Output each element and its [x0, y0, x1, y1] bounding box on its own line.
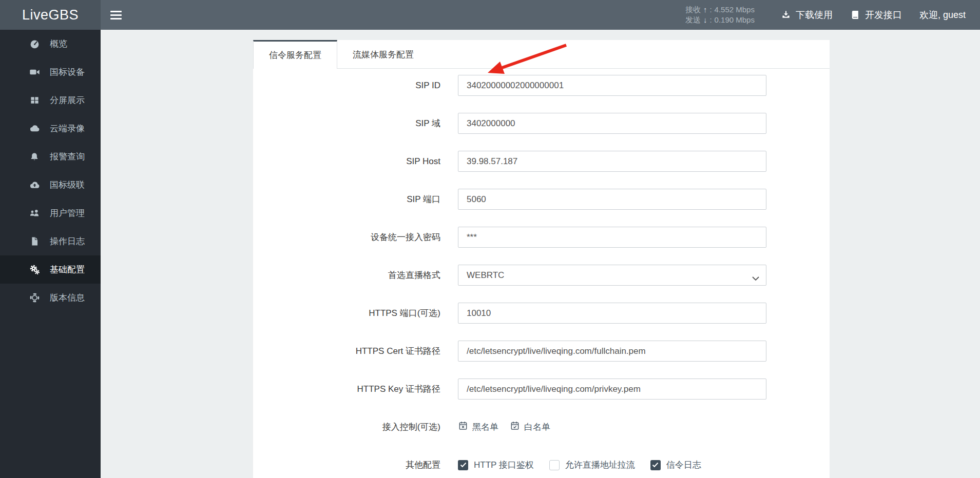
sidebar-item-gb-cascade[interactable]: 国标级联: [0, 171, 101, 199]
sidebar-item-split-screen[interactable]: 分屏展示: [0, 86, 101, 114]
brand-logo[interactable]: LiveGBS: [0, 0, 101, 30]
form-row: HTTPS 端口(可选): [253, 303, 830, 324]
form-row: 首选直播格式 WEBRTC: [253, 265, 830, 286]
sidebar: 概览 国标设备 分屏展示 云端录像 报警查询: [0, 30, 101, 478]
sidebar-item-overview[interactable]: 概览: [0, 30, 101, 58]
selected-value: WEBRTC: [467, 270, 504, 281]
sidebar-item-basic-config[interactable]: 基础配置: [0, 255, 101, 284]
form-row: HTTPS Cert 证书路径: [253, 341, 830, 362]
file-icon: [29, 236, 40, 247]
dev-api-link[interactable]: 开发接口: [841, 0, 911, 30]
gauge-icon: [29, 38, 40, 50]
https-key-input[interactable]: [458, 379, 766, 400]
sidebar-toggle-button[interactable]: [101, 0, 131, 30]
user-menu[interactable]: 欢迎, guest: [911, 0, 980, 30]
sidebar-item-alarm-query[interactable]: 报警查询: [0, 143, 101, 171]
sidebar-item-operation-logs[interactable]: 操作日志: [0, 227, 101, 255]
form-row: SIP Host: [253, 151, 830, 172]
sidebar-item-gb-devices[interactable]: 国标设备: [0, 58, 101, 86]
sidebar-item-version-info[interactable]: 版本信息: [0, 284, 101, 312]
download-icon: [781, 10, 791, 20]
network-stats: 接收 ↑ : 4.552 Mbps 发送 ↓ : 0.190 Mbps: [685, 5, 755, 25]
sip-domain-input[interactable]: [458, 113, 766, 134]
recv-value: 4.552 Mbps: [715, 5, 755, 15]
https-cert-input[interactable]: [458, 341, 766, 362]
book-icon: [850, 10, 860, 20]
https-key-label: HTTPS Key 证书路径: [253, 383, 440, 395]
blacklist-link[interactable]: 黑名单: [458, 421, 498, 433]
video-camera-icon: [29, 67, 40, 78]
sip-id-input[interactable]: [458, 75, 766, 96]
config-tabs: 信令服务配置 流媒体服务配置: [253, 40, 830, 69]
sip-port-label: SIP 端口: [253, 193, 440, 205]
hamburger-icon: [110, 11, 122, 12]
sip-port-input[interactable]: [458, 189, 766, 210]
preferred-format-label: 首选直播格式: [253, 269, 440, 281]
life-ring-icon: [29, 292, 40, 304]
preferred-format-select[interactable]: WEBRTC: [458, 265, 766, 286]
chevron-down-icon: [752, 273, 759, 284]
config-card: 信令服务配置 流媒体服务配置 SIP ID SIP 域 SIP Host: [253, 40, 830, 478]
main-content: 信令服务配置 流媒体服务配置 SIP ID SIP 域 SIP Host: [101, 30, 980, 478]
form-row: HTTPS Key 证书路径: [253, 379, 830, 400]
access-control-label: 接入控制(可选): [253, 421, 440, 433]
http-auth-checkbox[interactable]: HTTP 接口鉴权: [458, 459, 534, 471]
form-row: 接入控制(可选) 黑名单: [253, 416, 830, 437]
top-navbar: LiveGBS 接收 ↑ : 4.552 Mbps 发送 ↓ : 0.190 M…: [0, 0, 980, 30]
calendar-check-icon: [510, 421, 520, 433]
device-password-input[interactable]: [458, 227, 766, 248]
form-row: SIP 域: [253, 113, 830, 134]
https-cert-label: HTTPS Cert 证书路径: [253, 345, 440, 357]
calendar-x-icon: [458, 421, 468, 433]
tab-media-config[interactable]: 流媒体服务配置: [337, 40, 429, 69]
grid-icon: [29, 95, 40, 106]
other-config-label: 其他配置: [253, 459, 440, 471]
form-row: 其他配置 HTTP 接口鉴权 允许直播地址拉流: [253, 454, 830, 475]
sip-id-label: SIP ID: [253, 81, 440, 91]
form-row: SIP ID: [253, 75, 830, 96]
form-row: SIP 端口: [253, 189, 830, 210]
signaling-log-checkbox[interactable]: 信令日志: [650, 459, 701, 471]
bell-icon: [29, 151, 40, 163]
checkbox-unchecked-icon[interactable]: [549, 460, 560, 470]
sip-host-input[interactable]: [458, 151, 766, 172]
send-value: 0.190 Mbps: [715, 15, 755, 25]
whitelist-link[interactable]: 白名单: [510, 421, 550, 433]
recv-label: 接收: [685, 5, 701, 15]
sidebar-item-user-management[interactable]: 用户管理: [0, 199, 101, 227]
checkbox-checked-icon[interactable]: [458, 460, 468, 470]
send-label: 发送: [685, 15, 701, 25]
cloud-upload-icon: [29, 180, 40, 191]
signaling-config-form: SIP ID SIP 域 SIP Host SIP 端口 设备统一接入密码: [253, 69, 830, 475]
gears-icon: [29, 264, 40, 275]
up-arrow-icon: ↑: [703, 5, 707, 15]
tab-signaling-config[interactable]: 信令服务配置: [253, 40, 337, 69]
form-row: 设备统一接入密码: [253, 227, 830, 248]
sip-host-label: SIP Host: [253, 156, 440, 167]
users-icon: [29, 208, 40, 219]
https-port-input[interactable]: [458, 303, 766, 324]
down-arrow-icon: ↓: [703, 15, 707, 25]
device-password-label: 设备统一接入密码: [253, 231, 440, 243]
https-port-label: HTTPS 端口(可选): [253, 307, 440, 319]
download-link[interactable]: 下载使用: [772, 0, 841, 30]
sidebar-item-cloud-recording[interactable]: 云端录像: [0, 114, 101, 143]
cloud-icon: [29, 123, 40, 134]
checkbox-checked-icon[interactable]: [650, 460, 661, 470]
sip-domain-label: SIP 域: [253, 117, 440, 129]
allow-pull-checkbox[interactable]: 允许直播地址拉流: [549, 459, 635, 471]
